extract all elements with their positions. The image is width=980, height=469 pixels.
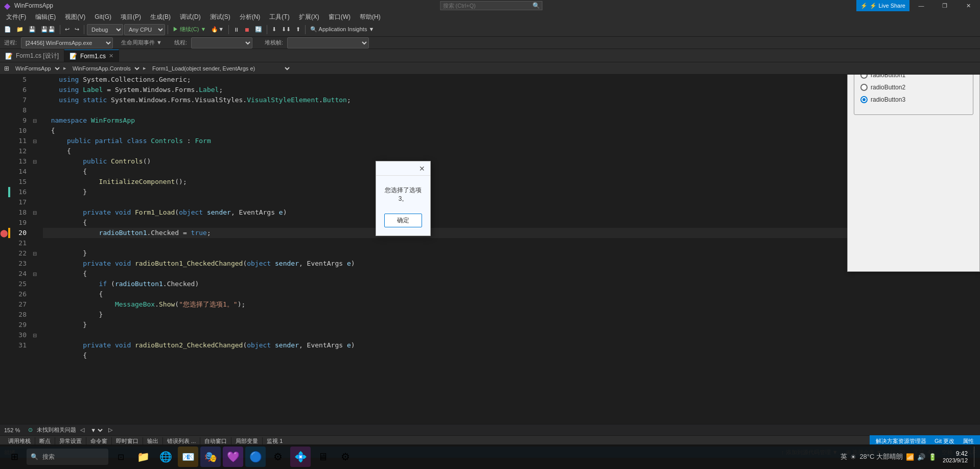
menu-help[interactable]: 帮助(H)	[356, 12, 385, 22]
menu-project[interactable]: 项目(P)	[116, 12, 145, 22]
tab-output[interactable]: 输出	[143, 437, 163, 445]
gutter-line-31[interactable]	[0, 340, 8, 350]
collapse-icon-30[interactable]: ⊟	[33, 333, 37, 338]
tab-call-stack[interactable]: 调用堆栈	[4, 437, 35, 445]
tab-error-list[interactable]: 错误列表 ...	[163, 437, 200, 445]
thread-select[interactable]	[191, 37, 252, 49]
stack-select[interactable]	[287, 37, 369, 49]
taskbar-store[interactable]: 🎭	[200, 447, 221, 467]
step-into-btn[interactable]: ⬇⬇	[279, 24, 293, 35]
gutter-line-11[interactable]	[0, 136, 8, 146]
gutter-line-13[interactable]	[0, 156, 8, 167]
tab-form1-cs-design[interactable]: 📝 Form1.cs [设计]	[0, 50, 64, 62]
tab-watch[interactable]: 监视 1	[263, 437, 287, 445]
tab-form1-cs-active[interactable]: 📝 Form1.cs ✕	[64, 50, 119, 62]
minimize-button[interactable]: —	[909, 0, 933, 11]
pause-btn[interactable]: ⏸	[231, 24, 241, 35]
run-btn[interactable]: ▶ 继续(C) ▼	[171, 24, 208, 35]
radio-button-2[interactable]: radioButton2	[860, 84, 967, 91]
gutter-line-24[interactable]	[0, 269, 8, 279]
coll-9[interactable]: ⊟	[31, 115, 39, 126]
gutter-line-12[interactable]	[0, 146, 8, 156]
tab-exceptions[interactable]: 异常设置	[55, 437, 86, 445]
platform-select[interactable]: Any CPU	[124, 24, 165, 35]
tab-locals[interactable]: 局部变量	[231, 437, 263, 445]
taskbar-monitor[interactable]: 🖥	[313, 447, 333, 467]
menu-view[interactable]: 视图(V)	[61, 12, 89, 22]
coll-11[interactable]: ⊟	[31, 136, 39, 146]
close-button[interactable]: ✕	[956, 0, 980, 11]
redo-btn[interactable]: ↪	[73, 24, 81, 35]
search-input[interactable]	[440, 1, 543, 10]
menu-debug[interactable]: 调试(D)	[176, 12, 205, 22]
taskbar-explorer[interactable]: 📁	[133, 447, 153, 467]
process-select[interactable]: [24456] WinFormsApp.exe	[21, 37, 113, 49]
gutter-line-5[interactable]	[0, 75, 8, 85]
gutter-line-15[interactable]	[0, 177, 8, 187]
hot-reload-btn[interactable]: 🔥▼	[209, 24, 226, 35]
gutter-line-9[interactable]	[0, 115, 8, 126]
collapse-icon-11[interactable]: ⊟	[33, 138, 37, 144]
start-button[interactable]: ⊞	[4, 447, 25, 467]
dialog-ok-button[interactable]: 确定	[384, 214, 422, 227]
error-filter-select[interactable]: ▼	[88, 427, 104, 434]
taskbar-browser[interactable]: 🌐	[155, 447, 176, 467]
menu-test[interactable]: 测试(S)	[206, 12, 235, 22]
collapse-icon-24[interactable]: ⊟	[33, 271, 37, 277]
properties-link[interactable]: 属性	[963, 437, 974, 445]
gutter-line-23[interactable]	[0, 259, 8, 269]
menu-build[interactable]: 生成(B)	[146, 12, 175, 22]
coll-30[interactable]: ⊟	[31, 330, 39, 340]
gutter-line-10[interactable]	[0, 126, 8, 136]
gutter-line-28[interactable]	[0, 310, 8, 320]
debug-config-select[interactable]: Debug Release	[87, 24, 123, 35]
gutter-line-18[interactable]	[0, 207, 8, 218]
gutter-line-14[interactable]	[0, 167, 8, 177]
gutter-line-21[interactable]	[0, 238, 8, 248]
menu-git[interactable]: Git(G)	[90, 12, 115, 21]
gutter-line-20[interactable]: ⬤	[0, 228, 8, 238]
code-text-area[interactable]: using System.Collections.Generic; using …	[39, 75, 847, 424]
tab-breakpoints[interactable]: 断点	[35, 437, 55, 445]
gutter-line-27[interactable]	[0, 299, 8, 310]
taskbar-settings[interactable]: ⚙	[335, 447, 356, 467]
class-select[interactable]: WinFormsApp.Controls	[68, 63, 141, 74]
taskbar-vs[interactable]: 💜	[223, 447, 243, 467]
collapse-icon-18[interactable]: ⊟	[33, 210, 37, 216]
task-view-button[interactable]: ⊡	[110, 447, 131, 467]
stop-btn[interactable]: ⏹	[242, 24, 252, 35]
namespace-select[interactable]: WinFormsApp	[11, 63, 61, 74]
gutter-line-16[interactable]	[0, 187, 8, 197]
radio-button-3[interactable]: radioButton3	[860, 96, 967, 103]
coll-24[interactable]: ⊟	[31, 269, 39, 279]
gutter-line-29[interactable]	[0, 320, 8, 330]
solution-explorer-link[interactable]: 解决方案资源管理器	[876, 437, 926, 445]
git-changes-link[interactable]: Git 更改	[935, 437, 954, 445]
collapse-icon-13[interactable]: ⊟	[33, 159, 37, 165]
restart-btn[interactable]: 🔄	[253, 24, 264, 35]
menu-analyze[interactable]: 分析(N)	[236, 12, 265, 22]
coll-18[interactable]: ⊟	[31, 207, 39, 218]
method-select[interactable]: Form1_Load(object sender, EventArgs e)	[148, 63, 291, 74]
gutter-line-17[interactable]	[0, 197, 8, 207]
collapse-icon-22[interactable]: ⊟	[33, 251, 37, 256]
new-file-btn[interactable]: 📄	[2, 24, 13, 35]
restore-button[interactable]: ❐	[933, 0, 956, 11]
gutter-line-26[interactable]	[0, 289, 8, 299]
tab-close-btn[interactable]: ✕	[109, 53, 113, 59]
step-out-btn[interactable]: ⬆	[294, 24, 302, 35]
show-desktop-btn[interactable]	[974, 447, 976, 467]
taskbar-node[interactable]: ⚙	[268, 447, 288, 467]
menu-file[interactable]: 文件(F)	[2, 12, 30, 22]
coll-13[interactable]: ⊟	[31, 156, 39, 167]
gutter-line-22[interactable]	[0, 248, 8, 259]
taskbar-purple[interactable]: 💠	[290, 447, 311, 467]
menu-window[interactable]: 窗口(W)	[324, 12, 355, 22]
taskbar-mail[interactable]: 📧	[178, 447, 198, 467]
gutter-line-6[interactable]	[0, 85, 8, 95]
undo-btn[interactable]: ↩	[63, 24, 72, 35]
save-btn[interactable]: 💾	[27, 24, 38, 35]
taskbar-vscode[interactable]: 🔵	[245, 447, 266, 467]
tab-autos[interactable]: 自动窗口	[200, 437, 231, 445]
gutter-line-19[interactable]	[0, 218, 8, 228]
